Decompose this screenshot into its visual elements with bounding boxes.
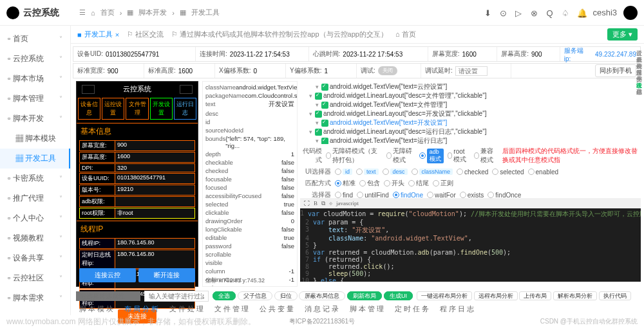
option-checked[interactable]: checked	[457, 169, 488, 176]
rail-item[interactable]: 基础信息	[635, 82, 643, 86]
bottom-tab[interactable]: 布局分析	[124, 304, 160, 314]
bell-icon[interactable]: 🔔	[577, 8, 586, 17]
sidebar-item[interactable]: ▫ 脚本开发˅	[0, 109, 70, 129]
bold-icon[interactable]: B	[314, 200, 317, 206]
sidebar-subitem[interactable]: ▦ 开发工具	[0, 149, 70, 169]
bottom-tab[interactable]: 脚本管理	[350, 304, 386, 314]
option-无障碍模式（支持打包）[interactable]: 无障碍模式（支持打包）	[326, 147, 383, 165]
pill-屏蔽布局信息[interactable]: 屏蔽布局信息	[299, 291, 345, 300]
sidebar-item[interactable]: ▫ 脚本管理˅	[0, 89, 70, 109]
device-tab[interactable]: 文件管理	[126, 98, 148, 120]
option-findOne[interactable]: findOne	[393, 192, 423, 199]
shirt-icon[interactable]: ♤	[562, 8, 571, 17]
action-button[interactable]: 远程布局分析	[474, 291, 518, 300]
sidebar-item[interactable]: ▫ 设备共享˅	[0, 248, 70, 268]
device-tab[interactable]: 设备信息	[78, 98, 100, 120]
option-精准[interactable]: 精准	[335, 179, 355, 188]
option-find[interactable]: find	[335, 192, 353, 199]
action-button[interactable]: 一键远程布局分析	[417, 291, 472, 300]
tab-devtools[interactable]: ■ 开发工具 ×	[77, 30, 119, 39]
debug-toggle[interactable]: 关闭	[378, 66, 397, 75]
pill-全选[interactable]: 全选	[213, 291, 236, 300]
sidebar-item[interactable]: ▫ 云控系统˅	[0, 49, 70, 69]
sync-button[interactable]: 同步到手机	[595, 64, 636, 77]
headphone-icon[interactable]: ⊙	[500, 8, 509, 17]
tree-node[interactable]: ▾ android.widget.LinearLayout["desc=运行日志…	[301, 127, 639, 136]
bottom-tab[interactable]: 文件处理	[169, 304, 205, 314]
action-button[interactable]: 执行代码	[599, 291, 631, 300]
ui-tree[interactable]: ▾ android.widget.TextView["text=云控设置"]▾ …	[300, 81, 641, 144]
tab-home[interactable]: ⌂ 首页	[395, 30, 416, 39]
sidebar-item[interactable]: ▫ 脚本市场˅	[0, 69, 70, 89]
rail-item[interactable]: 示例文件	[635, 69, 643, 73]
option-untilFind[interactable]: untilFind	[357, 192, 389, 199]
option-findOnce[interactable]: findOnce	[488, 192, 521, 199]
sidebar-item[interactable]: ▫ 视频教程˅	[0, 228, 70, 248]
rail-item[interactable]: 设备状态	[635, 76, 643, 80]
bottom-tab[interactable]: 消息记录	[305, 304, 341, 314]
tree-node[interactable]: ▾ android.widget.TextView["text=开发设置"]	[301, 118, 639, 127]
option-waitFor[interactable]: waitFor	[427, 192, 456, 199]
bottom-tab[interactable]: 脚本模块	[79, 304, 115, 314]
download-icon[interactable]: ⬇	[484, 8, 493, 17]
tree-node[interactable]: ▾ android.widget.TextView["text=运行日志"]	[301, 136, 639, 144]
sidebar-item[interactable]: ▫ 首页˅	[0, 29, 70, 49]
sidebar-item[interactable]: ▫ 卡密系统˅	[0, 169, 70, 188]
sidebar-item[interactable]: ▫ 个人中心˅	[0, 208, 70, 228]
option-exists[interactable]: exists	[460, 192, 484, 199]
qq-icon[interactable]: Q	[546, 8, 555, 17]
hamburger-icon[interactable]: ☰	[79, 8, 86, 17]
pill-生成UI[interactable]: 生成UI	[384, 291, 413, 300]
rail-item[interactable]: 全屏截表	[635, 50, 643, 54]
bottom-tab[interactable]: 公共变量	[260, 304, 296, 314]
option-enabled[interactable]: enabled	[528, 169, 559, 176]
option-root模式[interactable]: root模式	[448, 148, 470, 164]
option-兼容模式[interactable]: 兼容模式	[474, 147, 498, 165]
filter-keyword-input[interactable]	[144, 291, 209, 302]
disconnect-button[interactable]: 断开连接	[138, 268, 195, 282]
option-desc[interactable]: desc	[383, 169, 408, 175]
pill-归位[interactable]: 归位	[274, 291, 298, 300]
device-tab[interactable]: 运行日志	[174, 98, 196, 120]
right-icon[interactable]	[180, 85, 193, 94]
device-tab[interactable]: 开发设置	[150, 98, 173, 120]
pill-刷新布局[interactable]: 刷新布局	[347, 291, 382, 300]
action-button[interactable]: 上传布局	[519, 291, 551, 300]
tab-community[interactable]: ⚐ 社区交流	[127, 30, 164, 39]
option-结尾[interactable]: 结尾	[408, 179, 429, 188]
sidebar-item[interactable]: ▫ 云控社区˅	[0, 268, 70, 288]
bottom-tab[interactable]: 程序日志	[440, 304, 476, 314]
rail-item[interactable]: 设备列表	[635, 57, 643, 60]
bottom-tab[interactable]: 定时任务	[395, 304, 431, 314]
connect-button[interactable]: 连接云控	[79, 268, 136, 282]
sidebar-item[interactable]: ▫ 推广代理˅	[0, 188, 70, 208]
option-selected[interactable]: selected	[492, 169, 524, 176]
action-button[interactable]: 解析布局分析	[553, 291, 597, 300]
option-开头[interactable]: 开头	[384, 179, 404, 188]
option-adb模式[interactable]: adb模式	[419, 149, 444, 163]
rail-item[interactable]: 设置	[635, 44, 643, 48]
rail-item[interactable]: 悬浮投屏	[635, 63, 643, 67]
option-id[interactable]: id	[335, 169, 352, 175]
option-className[interactable]: className	[412, 169, 453, 175]
device-tab[interactable]: 运控设置	[102, 98, 124, 120]
tree-node[interactable]: ▾ android.widget.LinearLayout["desc=文件管理…	[301, 91, 639, 100]
option-text[interactable]: text	[356, 169, 379, 175]
more-button[interactable]: 更多 ▾	[607, 28, 638, 41]
server-ip[interactable]: 49.232.247.89	[595, 51, 636, 58]
tree-node[interactable]: ▾ android.widget.LinearLayout["desc=开发设置…	[301, 109, 639, 118]
expand-icon[interactable]: ⛶	[304, 200, 310, 206]
menu-icon[interactable]	[82, 85, 95, 94]
sidebar-item[interactable]: ▫ 脚本需求˅	[0, 288, 70, 308]
pill-父子信息[interactable]: 父子信息	[238, 291, 272, 300]
tree-node[interactable]: ▾ android.widget.TextView["text=云控设置"]	[301, 82, 639, 91]
baidu-icon[interactable]: ⊗	[531, 8, 540, 17]
format-icon[interactable]: ⟐	[329, 200, 332, 206]
avatar-icon[interactable]	[623, 6, 638, 20]
delay-input[interactable]	[455, 66, 488, 76]
copy-icon[interactable]: ⧉	[321, 200, 325, 207]
tree-node[interactable]: ▾ android.widget.TextView["text=文件管理"]	[301, 100, 639, 109]
user-name[interactable]: ceshi3	[592, 8, 617, 17]
option-无障碍模式[interactable]: 无障碍模式	[386, 147, 415, 165]
option-正则[interactable]: 正则	[433, 179, 453, 188]
